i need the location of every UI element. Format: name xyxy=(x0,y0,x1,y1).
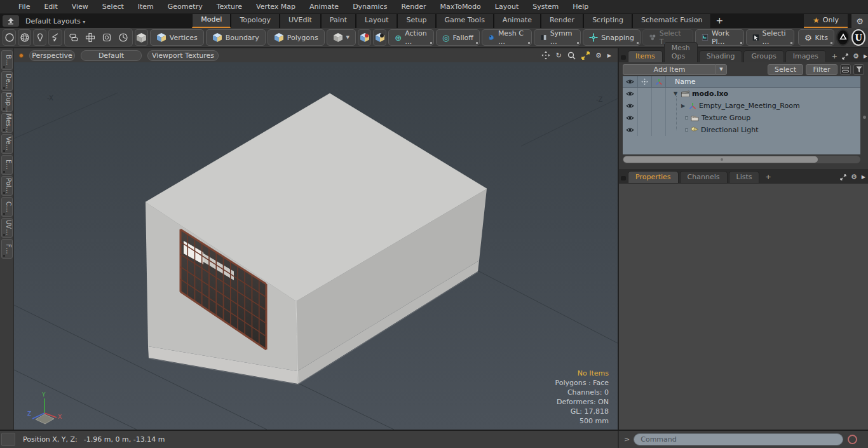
select-set-b-button[interactable] xyxy=(373,29,386,46)
item-mode-cube-button[interactable] xyxy=(135,29,148,46)
curve-tool-button[interactable] xyxy=(48,29,62,46)
menu-file[interactable]: File xyxy=(11,0,37,13)
symmetry-button[interactable]: Symm … xyxy=(534,29,581,46)
scrollbar-thumb[interactable] xyxy=(623,156,818,163)
tab-shading[interactable]: Shading xyxy=(699,50,743,62)
work-plane-button[interactable]: Work Pl… xyxy=(695,29,744,46)
item-row-texture-group[interactable]: Texture Group xyxy=(623,112,860,124)
viewport-canvas[interactable]: -X -Z xyxy=(14,62,618,430)
favorites-only-button[interactable]: ★ Only xyxy=(804,14,848,28)
boundary-mode-button[interactable]: Boundary xyxy=(206,29,266,46)
sphere-primitive-button[interactable] xyxy=(18,29,31,46)
sidetab-edge[interactable]: E… xyxy=(1,155,13,175)
select-set-a-button[interactable] xyxy=(358,29,371,46)
menu-item[interactable]: Item xyxy=(131,0,161,13)
panel-collapse-icon[interactable]: ▶ xyxy=(862,174,865,180)
status-corner-button[interactable] xyxy=(1,433,15,446)
mesh-constraint-button[interactable]: Mesh C … xyxy=(482,29,532,46)
tree-collapse-toggle[interactable]: ▶ xyxy=(680,103,686,109)
tab-paint[interactable]: Paint xyxy=(321,14,356,28)
ellipse-primitive-button[interactable] xyxy=(3,29,16,46)
item-row-directional-light[interactable]: Directional Light xyxy=(623,124,860,136)
tab-scripting[interactable]: Scripting xyxy=(583,14,632,28)
menu-select[interactable]: Select xyxy=(95,0,131,13)
tab-topology[interactable]: Topology xyxy=(231,14,280,28)
layout-switcher-dropdown[interactable]: Default Layouts ▾ xyxy=(25,17,85,25)
visibility-column-header[interactable] xyxy=(623,76,638,87)
tab-properties[interactable]: Properties xyxy=(628,171,679,183)
filter-button[interactable]: Filter xyxy=(806,64,837,75)
sidetab-uv[interactable]: UV… xyxy=(1,218,13,238)
visibility-toggle[interactable] xyxy=(623,100,638,112)
menu-geometry[interactable]: Geometry xyxy=(161,0,210,13)
menu-texture[interactable]: Texture xyxy=(210,0,249,13)
sidetab-mesh-edit[interactable]: Mes… xyxy=(1,113,13,133)
menu-layout[interactable]: Layout xyxy=(488,0,526,13)
panel-gear-icon[interactable]: ⚙ xyxy=(853,52,859,60)
menu-help[interactable]: Help xyxy=(566,0,595,13)
tab-images[interactable]: Images xyxy=(785,50,826,62)
tab-render[interactable]: Render xyxy=(541,14,583,28)
unfold-cube-button[interactable] xyxy=(83,31,98,44)
octane-render-badge-button[interactable] xyxy=(836,29,850,46)
menu-edit[interactable]: Edit xyxy=(37,0,64,13)
tab-items[interactable]: Items xyxy=(628,50,663,62)
tab-game-tools[interactable]: Game Tools xyxy=(436,14,494,28)
kits-button[interactable]: ⚙ Kits xyxy=(798,29,834,46)
tab-setup[interactable]: Setup xyxy=(397,14,435,28)
3d-viewport[interactable]: Perspective Default Viewport Textures ↻ … xyxy=(14,48,618,430)
menu-animate[interactable]: Animate xyxy=(302,0,346,13)
tree-expand-toggle[interactable]: ▼ xyxy=(672,91,679,97)
layout-settings-gear-button[interactable]: ⚙ xyxy=(851,14,868,28)
tab-lists[interactable]: Lists xyxy=(729,171,760,183)
viewport-collapse-icon[interactable]: ▶ xyxy=(607,53,611,58)
unreal-bridge-badge-button[interactable]: U xyxy=(851,29,865,46)
viewport-textures-button[interactable]: Viewport Textures xyxy=(147,50,219,61)
add-panel-tab-button[interactable]: + xyxy=(761,172,775,183)
tab-mesh-ops[interactable]: Mesh Ops xyxy=(664,42,698,62)
menu-render[interactable]: Render xyxy=(394,0,433,13)
tab-uvedit[interactable]: UVEdit xyxy=(280,14,321,28)
panel-collapse-icon[interactable]: ▶ xyxy=(864,53,867,59)
menu-maxtomodo[interactable]: MaxToModo xyxy=(433,0,488,13)
menu-dynamics[interactable]: Dynamics xyxy=(346,0,394,13)
item-row-mesh[interactable]: ▶ Empty_Large_Meeting_Room xyxy=(623,100,860,112)
selection-tool-button[interactable]: Selecti … xyxy=(746,29,794,46)
sidetab-duplicate[interactable]: Dup… xyxy=(1,92,13,112)
expand-panel-icon[interactable] xyxy=(840,174,846,180)
tab-schematic-fusion[interactable]: Schematic Fusion xyxy=(632,14,711,28)
transform-column-header[interactable] xyxy=(652,76,666,87)
layout-up-button[interactable] xyxy=(3,15,19,27)
select-button[interactable]: Select xyxy=(768,64,803,75)
command-input[interactable] xyxy=(634,433,843,445)
add-tab-button[interactable]: + xyxy=(711,14,728,28)
item-list-horizontal-scrollbar[interactable] xyxy=(623,156,860,163)
viewport-mode-button[interactable]: Perspective xyxy=(29,50,75,61)
pen-tool-button[interactable] xyxy=(33,29,46,46)
mesh-layers-button[interactable] xyxy=(66,31,81,44)
filter-funnel-button[interactable] xyxy=(853,64,864,75)
tab-groups[interactable]: Groups xyxy=(743,50,783,62)
sidetab-basic[interactable]: B… xyxy=(1,50,13,70)
visibility-toggle[interactable] xyxy=(623,112,638,124)
falloff-button[interactable]: ◎ Falloff xyxy=(436,29,480,46)
command-history-button[interactable] xyxy=(848,435,857,444)
sidetab-vertex[interactable]: Ve… xyxy=(1,134,13,154)
snapping-button[interactable]: Snapping xyxy=(583,29,641,46)
item-row-scene[interactable]: ▼ modo.lxo xyxy=(623,88,860,100)
visibility-toggle[interactable] xyxy=(623,124,638,136)
menu-view[interactable]: View xyxy=(65,0,95,13)
menu-system[interactable]: System xyxy=(526,0,566,13)
sidetab-curves[interactable]: C… xyxy=(1,197,13,217)
sidetab-falloff[interactable]: F… xyxy=(1,239,13,259)
sidetab-polygon[interactable]: Pol… xyxy=(1,176,13,196)
tab-animate[interactable]: Animate xyxy=(494,14,541,28)
tab-layout[interactable]: Layout xyxy=(356,14,397,28)
zoom-magnifier-icon[interactable] xyxy=(567,51,576,60)
rotate-view-icon[interactable]: ↻ xyxy=(556,51,562,60)
tab-channels[interactable]: Channels xyxy=(680,171,728,183)
vertices-mode-button[interactable]: Vertices xyxy=(150,29,204,46)
expand-panel-icon[interactable] xyxy=(842,53,848,60)
menu-vertex-map[interactable]: Vertex Map xyxy=(249,0,302,13)
item-selection-combo[interactable]: ▼ xyxy=(327,29,356,46)
